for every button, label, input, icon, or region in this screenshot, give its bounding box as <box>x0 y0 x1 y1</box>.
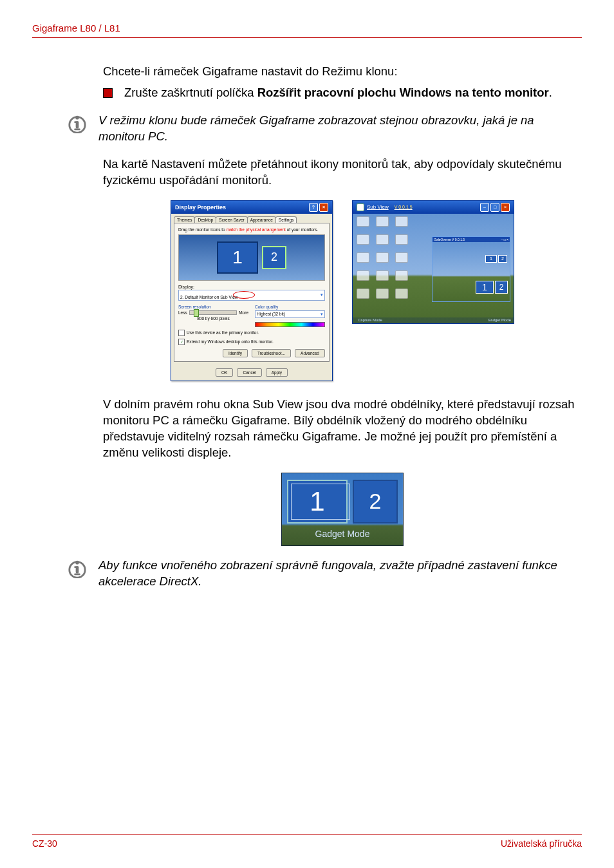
bullet-suffix: . <box>549 86 552 99</box>
apply-button[interactable]: Apply <box>266 368 288 377</box>
footer-gadget-mode: Gadget Mode <box>488 318 511 322</box>
identify-button[interactable]: Identify <box>223 349 248 357</box>
gadget-caption: Gadget Mode <box>287 529 398 539</box>
desktop-icon[interactable] <box>395 252 408 263</box>
display-label: Display: <box>178 285 325 289</box>
extend-desktop-checkbox-row[interactable]: ✓ Extend my Windows desktop onto this mo… <box>178 339 325 345</box>
mid-text: Na kartě Nastavení můžete přetáhnout iko… <box>103 156 582 189</box>
range-rect-1[interactable]: 1 <box>476 281 494 294</box>
primary-monitor-checkbox-row[interactable]: Use this device as the primary monitor. <box>178 330 325 336</box>
checkbox-extend[interactable]: ✓ <box>178 339 185 345</box>
bullet-prefix: Zrušte zaškrtnutí políčka <box>124 86 257 99</box>
tab-appearance[interactable]: Appearance <box>247 216 276 223</box>
dp-instr-post: of your monitors. <box>286 227 318 232</box>
color-quality-label: Color quality <box>255 305 325 309</box>
dp-instr-red: match the physical arrangement <box>226 227 286 232</box>
slider-more: More <box>239 310 248 315</box>
dp-title: Display Properties <box>175 204 226 211</box>
bullet-square-icon <box>103 88 113 98</box>
sub-view-window: Sub View V 0.0.1.5 – □ × <box>352 200 514 324</box>
close-icon[interactable]: × <box>501 203 510 212</box>
help-icon[interactable]: ? <box>309 203 318 212</box>
inset-title: GaleOverse V 0.0.1.5 <box>434 238 465 241</box>
minimize-icon[interactable]: – <box>480 203 489 212</box>
figure-row: Display Properties ? × Themes Desktop Sc… <box>103 200 582 381</box>
note-block-1: V režimu klonu bude rámeček Gigaframe zo… <box>68 113 582 145</box>
desktop-icon[interactable] <box>357 288 369 299</box>
desktop-icon[interactable] <box>395 216 408 227</box>
footer-capture-mode: Capture Mode <box>358 318 382 322</box>
sv-titlebar[interactable]: Sub View V 0.0.1.5 – □ × <box>353 201 514 214</box>
svg-rect-8 <box>74 573 80 575</box>
visible-range-outline[interactable] <box>291 484 350 520</box>
desktop-icon[interactable] <box>376 288 389 299</box>
inset-titlebar: GaleOverse V 0.0.1.5 – □ × <box>433 237 510 242</box>
dp-instruction: Drag the monitor icons to match the phys… <box>178 227 325 232</box>
chevron-down-icon: ▾ <box>321 312 323 317</box>
intro-text: Chcete-li rámeček Gigaframe nastavit do … <box>103 64 582 80</box>
close-icon[interactable]: × <box>319 203 328 212</box>
advanced-button[interactable]: Advanced <box>295 349 325 357</box>
resolution-value: 800 by 600 pixels <box>178 316 248 321</box>
gadget-rect-1[interactable]: 1 <box>287 480 348 524</box>
monitor-2[interactable]: 2 <box>262 246 286 269</box>
desktop-icon[interactable] <box>357 234 369 245</box>
svg-rect-3 <box>74 128 80 130</box>
troubleshoot-button[interactable]: Troubleshoot... <box>252 349 291 357</box>
document-title: Uživatelská příručka <box>501 838 582 849</box>
dp-monitor-arrangement[interactable]: 1 2 <box>178 234 325 281</box>
tab-settings[interactable]: Settings <box>275 216 297 223</box>
chevron-down-icon: ▾ <box>321 292 323 297</box>
after-figures-text: V dolním pravém rohu okna Sub View jsou … <box>103 397 582 461</box>
monitor-1[interactable]: 1 <box>217 241 258 274</box>
info-icon <box>68 559 87 578</box>
sub-view-inset[interactable]: GaleOverse V 0.0.1.5 – □ × 1 2 1 2 <box>432 236 510 302</box>
screen-resolution-label: Screen resolution <box>178 305 248 309</box>
tab-screensaver[interactable]: Screen Saver <box>216 216 247 223</box>
page-header: Gigaframe L80 / L81 <box>32 23 582 38</box>
color-quality-value: Highest (32 bit) <box>257 312 285 316</box>
desktop-icon[interactable] <box>376 216 389 227</box>
desktop-icon[interactable] <box>357 270 369 281</box>
desktop-icon[interactable] <box>357 216 369 227</box>
tab-desktop[interactable]: Desktop <box>194 216 216 223</box>
cancel-button[interactable]: Cancel <box>237 368 261 377</box>
note-text-1: V režimu klonu bude rámeček Gigaframe zo… <box>98 113 582 145</box>
resolution-slider[interactable] <box>189 310 237 315</box>
tab-themes[interactable]: Themes <box>174 216 195 223</box>
gadget-mode-figure: 1 2 Gadget Mode <box>281 473 404 546</box>
bullet-bold: Rozšířit pracovní plochu Windows na tent… <box>257 86 549 99</box>
checkbox-primary[interactable] <box>178 330 185 336</box>
display-select[interactable]: 2. Default Monitor on Sub View ▾ <box>178 290 325 301</box>
svg-point-1 <box>75 116 79 120</box>
dp-tabs: Themes Desktop Screen Saver Appearance S… <box>171 214 332 223</box>
checkbox-primary-label: Use this device as the primary monitor. <box>187 330 259 335</box>
page-footer: CZ-30 Uživatelská příručka <box>32 834 582 849</box>
desktop-icon[interactable] <box>376 270 389 281</box>
note-block-2: Aby funkce vnořeného zobrazení správně f… <box>68 558 582 590</box>
desktop-icon[interactable] <box>395 270 408 281</box>
svg-rect-4 <box>74 121 79 123</box>
svg-point-6 <box>75 561 79 565</box>
checkbox-extend-label: Extend my Windows desktop onto this moni… <box>187 339 274 344</box>
display-properties-dialog: Display Properties ? × Themes Desktop Sc… <box>171 200 333 381</box>
ok-button[interactable]: OK <box>216 368 233 377</box>
maximize-icon[interactable]: □ <box>490 203 499 212</box>
color-quality-select[interactable]: Highest (32 bit) ▾ <box>255 310 325 318</box>
desktop-icon[interactable] <box>376 252 389 263</box>
bullet-item: Zrušte zaškrtnutí políčka Rozšířit praco… <box>103 85 582 101</box>
dp-titlebar[interactable]: Display Properties ? × <box>171 201 332 214</box>
desktop-icon[interactable] <box>357 252 369 263</box>
sv-version: V 0.0.1.5 <box>395 205 413 209</box>
sv-footer: Capture Mode Gadget Mode <box>353 317 514 323</box>
range-rect-2[interactable]: 2 <box>495 281 508 294</box>
sv-title: Sub View <box>367 204 389 210</box>
desktop-icon[interactable] <box>395 234 408 245</box>
info-icon <box>68 114 87 133</box>
desktop-icon[interactable] <box>395 288 408 299</box>
gadget-rect-2[interactable]: 2 <box>353 480 398 524</box>
dp-instr-pre: Drag the monitor icons to <box>178 227 226 232</box>
inset-window-buttons[interactable]: – □ × <box>501 238 509 241</box>
desktop-icon[interactable] <box>376 234 389 245</box>
bullet-text: Zrušte zaškrtnutí políčka Rozšířit praco… <box>124 85 552 101</box>
